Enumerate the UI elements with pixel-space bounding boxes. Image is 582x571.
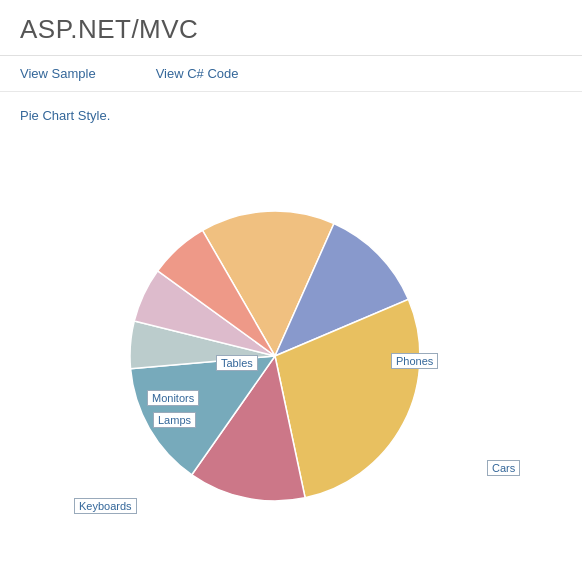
pie-chart-style-link[interactable]: Pie Chart Style. <box>20 108 110 123</box>
chart-label-cars: Cars <box>487 460 520 476</box>
page-title: ASP.NET/MVC <box>20 14 562 45</box>
chart-label-phones: Phones <box>391 353 438 369</box>
chart-label-keyboards: Keyboards <box>74 498 137 514</box>
chart-label-tables: Tables <box>216 355 258 371</box>
chart-label-lamps: Lamps <box>153 412 196 428</box>
chart-container: PhonesCarsChairsBikesKeyboardsLampsMonit… <box>0 140 582 540</box>
view-code-link[interactable]: View C# Code <box>156 66 239 81</box>
chart-label-monitors: Monitors <box>147 390 199 406</box>
view-sample-link[interactable]: View Sample <box>20 66 96 81</box>
pie-chart <box>115 196 435 516</box>
